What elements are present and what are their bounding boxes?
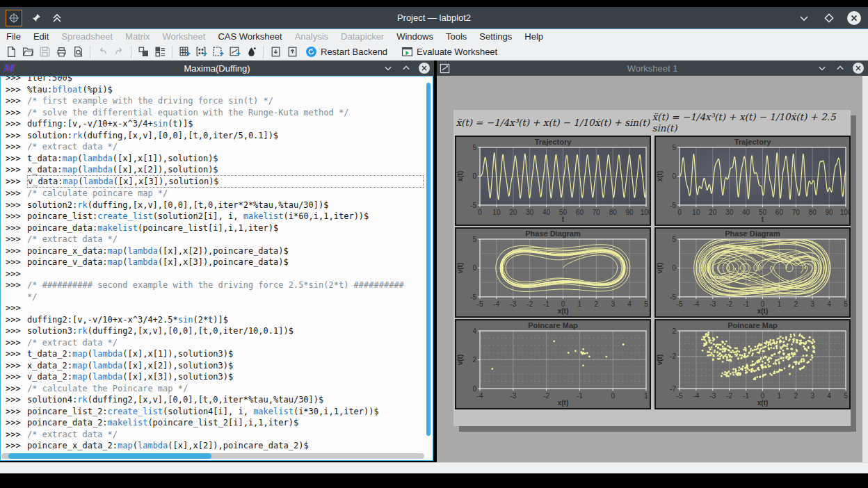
svg-text:80: 80 (809, 209, 817, 216)
menubar: FileEditSpreadsheetMatrixWorksheetCAS Wo… (0, 29, 868, 44)
console-panel-titlebar[interactable]: M Maxima(Duffing) (0, 60, 434, 76)
console-command: /* extract data */ (27, 337, 424, 349)
menu-edit[interactable]: Edit (27, 30, 55, 43)
menu-help[interactable]: Help (518, 30, 549, 43)
new-worksheet-icon[interactable] (226, 44, 243, 60)
console-prompt: >>> (1, 234, 27, 245)
console-minimize-icon[interactable] (383, 63, 394, 74)
worksheet-vertical-scrollbar[interactable] (862, 76, 868, 462)
svg-text:80: 80 (609, 209, 618, 216)
svg-text:100: 100 (641, 209, 650, 216)
svg-text:1: 1 (778, 300, 782, 308)
vertical-scrollbar-thumb[interactable] (426, 83, 431, 436)
svg-text:-3: -3 (510, 392, 516, 400)
minimize-button[interactable] (797, 11, 811, 25)
console-prompt: >>> (1, 337, 27, 349)
console-line: >>> (1, 302, 425, 314)
new-document-icon[interactable] (3, 44, 19, 60)
new-spreadsheet-icon[interactable] (176, 44, 193, 60)
svg-text:0: 0 (472, 385, 476, 393)
restore-button[interactable] (822, 11, 836, 25)
console-line: >>>iter:500$ (1, 76, 425, 84)
svg-text:0: 0 (611, 392, 615, 400)
svg-text:-2: -2 (670, 352, 676, 360)
console-line: >>>poincare_list_2:create_list(solution4… (1, 406, 425, 418)
console-close-icon[interactable] (419, 63, 430, 74)
console-command: poincare_list_2:create_list(solution4[i]… (27, 406, 424, 418)
console-current-command[interactable]: v_data:map(lambda([x],x[3]),solution)$ (27, 175, 424, 188)
svg-text:-2: -2 (527, 300, 533, 308)
menu-settings[interactable]: Settings (473, 30, 518, 43)
svg-text:-5: -5 (477, 300, 483, 308)
svg-text:0: 0 (478, 209, 482, 216)
svg-text:-4: -4 (693, 300, 699, 308)
svg-text:2: 2 (472, 356, 476, 364)
worksheet-close-icon[interactable] (853, 63, 864, 74)
svg-text:30: 30 (725, 209, 734, 216)
menu-tools[interactable]: Tools (440, 30, 473, 43)
plot-phase-diagram-2[interactable]: Phase Diagram-5-4-3-2-1012345-505x(t)v(t… (654, 227, 851, 318)
svg-text:70: 70 (593, 209, 601, 216)
svg-text:v(t): v(t) (656, 263, 664, 274)
svg-text:1: 1 (578, 300, 582, 308)
plot-trajectory-1[interactable]: Trajectory0102030405060708090100-505tx(t… (455, 136, 651, 226)
import-icon[interactable] (267, 44, 284, 60)
maxima-console[interactable]: >>>iter:500$>>>%tau:bfloat(%pi)$>>>/* fi… (0, 76, 433, 461)
print-preview-icon[interactable] (70, 44, 86, 60)
console-prompt (1, 291, 27, 303)
console-command: x_data_2:map(lambda([x],x[2]),solution3)… (27, 360, 424, 372)
svg-text:-4: -4 (477, 392, 483, 400)
console-line: >>>v_data_2:map(lambda([x],x[3]),solutio… (1, 371, 425, 383)
svg-text:0: 0 (472, 264, 476, 272)
console-code-area[interactable]: >>>iter:500$>>>%tau:bfloat(%pi)$>>>/* fi… (1, 76, 425, 452)
console-prompt: >>> (1, 222, 27, 234)
new-datapicker-icon[interactable] (243, 44, 259, 60)
console-command: poincare_data_2:makelist(poincare_list_2… (27, 417, 424, 429)
console-horizontal-scrollbar[interactable] (1, 453, 424, 459)
svg-text:-2: -2 (726, 300, 732, 308)
svg-text:0: 0 (672, 264, 676, 272)
new-workbook-icon[interactable] (135, 44, 152, 60)
svg-text:-3: -3 (709, 392, 716, 400)
open-folder-icon[interactable] (19, 44, 36, 60)
console-maximize-icon[interactable] (401, 63, 412, 74)
console-prompt: >>> (1, 200, 27, 211)
worksheet-view[interactable]: ẍ(t) = −1/4x³(t) + x(t) − 1/10ẋ(t) + sin… (437, 76, 868, 462)
toolbar-separator (131, 46, 131, 58)
svg-text:5: 5 (844, 392, 848, 400)
export-icon[interactable] (284, 44, 300, 60)
console-line: >>>t_data_2:map(lambda([x],x[1]),solutio… (1, 348, 425, 360)
svg-text:70: 70 (792, 209, 801, 216)
menu-worksheet: Worksheet (156, 30, 211, 43)
plot-phase-diagram-1[interactable]: Phase Diagram-5-4-3-2-1012345-505x(t)v(t… (455, 227, 651, 318)
console-line: >>>solution2:rk(duffing,[x,v],[0,0],[t,0… (1, 200, 425, 211)
menu-cas-worksheet[interactable]: CAS Worksheet (211, 30, 288, 43)
new-matrix-icon[interactable] (193, 44, 209, 60)
menu-windows[interactable]: Windows (390, 30, 440, 43)
svg-text:-5: -5 (470, 202, 476, 209)
evaluate-worksheet-button[interactable]: Evaluate Worksheet (396, 45, 502, 58)
worksheet-maximize-icon[interactable] (835, 63, 846, 74)
menu-file[interactable]: File (0, 30, 27, 43)
plot-poincare-map-2[interactable]: Poincare Map-5-4-3-2-10123452-2-7x(t)v(t… (654, 319, 851, 409)
restart-backend-button[interactable]: Restart Backend (300, 45, 392, 58)
svg-text:1: 1 (778, 392, 782, 400)
console-command: /* extract data */ (27, 141, 424, 153)
toolbar-separator (90, 46, 90, 58)
plot-trajectory-2[interactable]: Trajectory0102030405060708090100-505tx(t… (654, 136, 851, 226)
new-folder-list-icon[interactable] (152, 44, 168, 60)
new-matrix-workbook-icon[interactable] (209, 44, 226, 60)
svg-text:x(t): x(t) (656, 171, 664, 182)
print-icon[interactable] (53, 44, 70, 60)
console-command: poincare_x_data:map(lambda([x],x[2]),poi… (27, 245, 424, 257)
console-vertical-scrollbar[interactable] (425, 77, 432, 453)
console-line: >>>duffing:[v,-v/10+x-x^3/4+sin(t)]$ (1, 118, 425, 130)
close-button[interactable] (847, 11, 861, 25)
console-command: t_data:map(lambda([x],x[1]),solution)$ (27, 153, 424, 165)
plot-poincare-map-1[interactable]: Poincare Map-4-3-2-101024x(t)v(t) (455, 319, 651, 409)
console-command: /* solve the differential equation with … (27, 107, 424, 119)
horizontal-scrollbar-thumb[interactable] (8, 453, 211, 459)
worksheet-panel-titlebar[interactable]: Worksheet 1 (437, 60, 868, 76)
console-line: >>>poincare_x_data:map(lambda([x],x[2]),… (1, 245, 425, 257)
worksheet-minimize-icon[interactable] (817, 63, 828, 74)
